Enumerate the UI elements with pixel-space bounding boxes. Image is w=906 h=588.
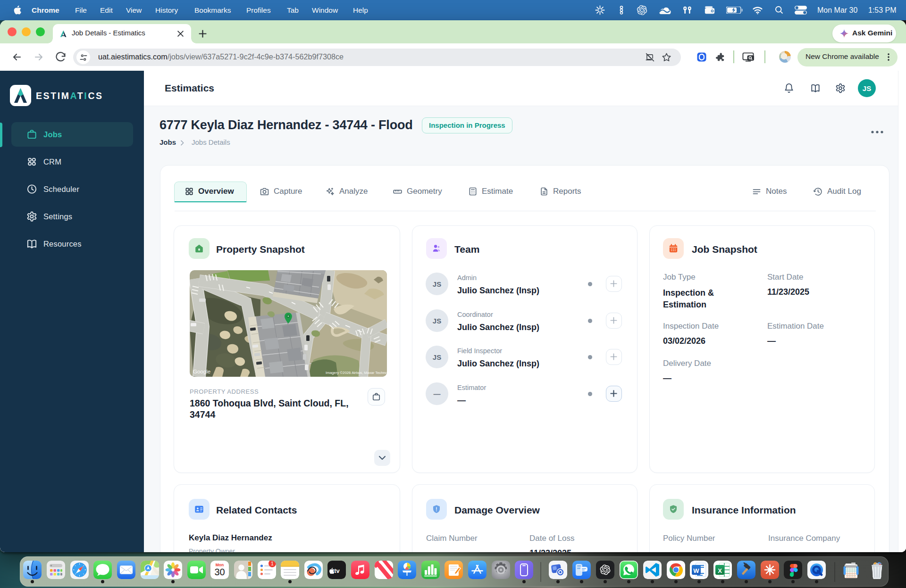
svg-text:Google: Google: [193, 369, 210, 374]
svg-text:1: 1: [271, 561, 274, 566]
svg-text:30: 30: [214, 567, 225, 577]
svg-text:tv: tv: [334, 567, 340, 574]
svg-text:W: W: [693, 567, 699, 574]
svg-text:Imagery ©2026 Airbus, Maxar Te: Imagery ©2026 Airbus, Maxar Technolog: [326, 371, 387, 375]
svg-text:X: X: [718, 567, 722, 574]
